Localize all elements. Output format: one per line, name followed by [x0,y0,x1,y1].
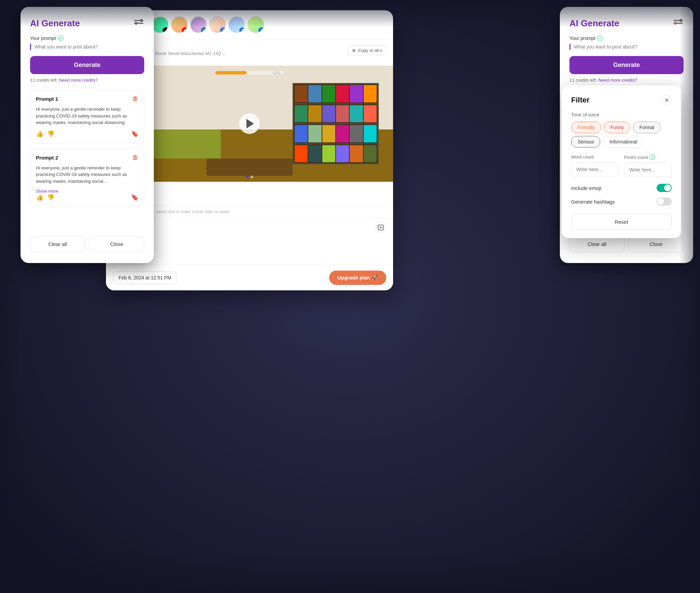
yt-badge-4: ▶ [182,27,188,33]
tone-chips-group: Friendly Funny Formal Serious Informatio… [571,122,672,148]
avatar-7[interactable]: f [228,16,245,33]
left-prompt-label: Your prompt i [30,36,144,41]
right-info-icon: i [597,36,603,41]
generate-hashtags-label: Generate hashtags [571,199,615,205]
progress-bar-overlay: 46% [215,71,284,74]
table [206,158,293,176]
li-badge-5: in [201,27,207,33]
left-prompt-card-2: Prompt 2 🗑 Hi everyone, just a gentle re… [30,148,144,207]
ai-assist-button[interactable] [375,222,386,233]
generate-hashtags-row: Generate hashtags [571,197,672,206]
right-prompt-label: Your prompt i [569,36,684,41]
right-close-button[interactable]: Close [629,236,684,252]
upgrade-plan-button[interactable]: Upgrade plan 🚀 [329,271,386,285]
left-prompt1-thumbs-up[interactable]: 👍 [36,130,43,138]
word-count-label: Word count [571,154,619,160]
tone-of-voice-label: Tone of voice [571,112,672,118]
right-ai-title: AI Generate [569,18,619,29]
left-prompt1-vote-icons: 👍 👎 [36,130,54,138]
left-prompt1-header: Prompt 1 🗑 [36,95,138,102]
left-prompt2-text: Hi everyone, just a gentle reminder to k… [36,165,138,185]
tone-chip-serious[interactable]: Serious [571,136,600,148]
posts-count-info-icon: i [649,154,655,160]
left-prompt-input[interactable] [35,44,144,50]
right-prompt-input-area[interactable] [569,44,684,50]
left-prompt2-actions: 👍 👎 🔖 [36,194,138,201]
filter-reset-button[interactable]: Reset [571,214,672,230]
left-prompt2-thumbs-up[interactable]: 👍 [36,194,43,201]
left-prompt-input-area[interactable] [30,44,144,50]
right-generate-button[interactable]: Generate [569,56,684,74]
svg-point-7 [674,22,676,24]
left-info-icon: i [58,36,64,41]
center-card-bottom: Feb 6, 2024 at 12:51 PM Upgrade plan 🚀 [106,265,393,290]
avatar-6[interactable]: f [208,16,226,33]
left-prompt1-bookmark-icon[interactable]: 🔖 [131,130,138,138]
tone-chip-informational[interactable]: Informational [603,136,644,148]
word-count-field: Word count [571,154,619,177]
left-prompt1-actions: 👍 👎 🔖 [36,130,138,138]
left-credits-text: 11 credits left. Need more credits? [30,78,144,83]
left-prompt1-thumbs-down[interactable]: 👎 [47,130,54,138]
svg-point-1 [135,22,137,24]
fb-badge-7: f [239,27,245,33]
posts-count-label: Post's count i [624,154,672,160]
copy-all-button[interactable]: ⊕ Copy to all c [348,45,386,55]
left-prompt1-text: Hi everyone, just a gentle reminder to k… [36,106,138,126]
left-generate-button[interactable]: Generate [30,56,144,74]
fb-badge-8: f [258,27,265,33]
tone-chip-friendly[interactable]: Friendly [571,122,601,133]
post-user-info: ahin Aliyev nchester Central · 83 Ducie … [113,45,386,56]
right-card-header: AI Generate [569,18,684,29]
svg-point-2 [140,19,142,21]
caption-hint: Enter son [113,195,386,200]
left-prompt2-bookmark-icon[interactable]: 🔖 [131,194,138,201]
tone-chip-formal[interactable]: Formal [633,122,661,133]
fb-badge-6: f [220,27,226,33]
svg-point-8 [680,19,682,21]
include-emoji-label: Include emoji [571,185,601,191]
left-prompt1-delete-icon[interactable]: 🗑 [132,95,138,102]
left-prompt-card-1: Prompt 1 🗑 Hi everyone, just a gentle re… [30,89,144,143]
right-prompt-input[interactable] [574,44,684,50]
include-emoji-knob [664,184,671,191]
filter-header: Filter ✕ [571,95,672,105]
left-prompt2-delete-icon[interactable]: 🗑 [132,154,138,161]
tone-chip-funny[interactable]: Funny [604,122,630,133]
left-prompt2-thumbs-down[interactable]: 👎 [47,194,54,201]
filter-counts-row: Word count Post's count i [571,154,672,177]
left-ai-generate-card: AI Generate Your prompt i Generate 11 cr… [21,7,154,263]
copy-icon: ⊕ [352,48,356,53]
word-count-input[interactable] [571,162,619,177]
generate-hashtags-toggle[interactable] [657,197,672,206]
left-prompt1-title: Prompt 1 [36,96,58,102]
left-card-header: AI Generate [30,18,144,29]
left-clear-all-button[interactable]: Clear all [30,236,85,252]
avatar-4[interactable]: ▶ [170,16,188,33]
filter-close-button[interactable]: ✕ [661,95,672,105]
left-filter-icon[interactable] [133,18,144,29]
progress-label: 46% [273,71,280,74]
play-triangle-icon [246,119,254,128]
right-filter-icon[interactable] [673,18,684,29]
right-clear-all-button[interactable]: Clear all [569,236,624,252]
left-close-button[interactable]: Close [89,236,144,252]
avatar-8[interactable]: f [247,16,265,33]
posts-count-input[interactable] [624,163,672,177]
play-button[interactable] [239,113,260,134]
filter-popup: Filter ✕ Tone of voice Friendly Funny Fo… [562,85,681,238]
right-credits-link[interactable]: Need more credits? [598,78,637,83]
avatar-5[interactable]: in [189,16,207,33]
dot-2[interactable] [251,176,253,178]
right-card-bottom: Clear all Close [569,236,684,252]
left-prompt2-show-more[interactable]: Show more [36,189,138,194]
right-credits-text: 11 credits left. Need more credits? [569,78,684,83]
progress-track: 46% [215,71,284,74]
tt-badge-3: ♪ [163,27,169,33]
left-credits-link[interactable]: Need more credits? [59,78,98,83]
left-prompt2-header: Prompt 2 🗑 [36,154,138,161]
dot-1[interactable] [246,176,248,178]
no-caption-label: No capt [113,188,386,194]
include-emoji-toggle[interactable] [657,184,672,192]
date-badge: Feb 6, 2024 at 12:51 PM [113,271,177,284]
